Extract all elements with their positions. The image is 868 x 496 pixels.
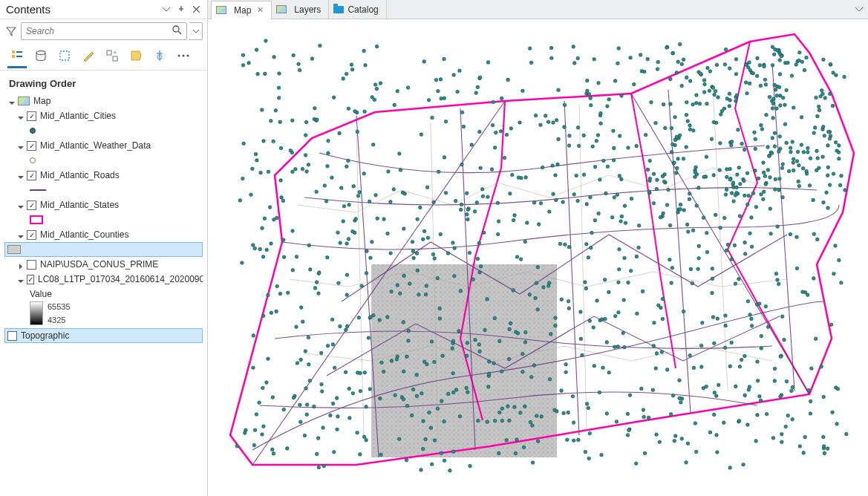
svg-point-447 bbox=[451, 450, 455, 454]
map-root-item[interactable]: Map bbox=[4, 94, 203, 108]
svg-point-543 bbox=[493, 316, 497, 320]
layer-visibility-checkbox[interactable] bbox=[27, 111, 36, 121]
layer-counties[interactable]: Mid_Atlantic_Counties bbox=[4, 227, 203, 242]
tab-catalog[interactable]: Catalog bbox=[329, 0, 386, 19]
svg-point-555 bbox=[840, 281, 843, 285]
map-canvas[interactable] bbox=[208, 19, 868, 496]
close-icon[interactable]: ✕ bbox=[257, 5, 264, 15]
svg-point-242 bbox=[505, 438, 509, 442]
svg-point-339 bbox=[595, 140, 598, 143]
search-input[interactable] bbox=[26, 26, 172, 36]
layer-weather-symbol[interactable] bbox=[4, 153, 203, 168]
caret-down-icon[interactable] bbox=[9, 98, 15, 104]
svg-point-483 bbox=[803, 435, 807, 439]
layer-roads[interactable]: Mid_Atlantic_Roads bbox=[4, 168, 203, 183]
svg-point-848 bbox=[431, 116, 434, 120]
caret-down-icon[interactable] bbox=[18, 172, 24, 178]
svg-point-1091 bbox=[748, 68, 752, 72]
chevron-down-icon[interactable] bbox=[161, 4, 172, 15]
svg-point-250 bbox=[789, 150, 793, 154]
svg-point-658 bbox=[425, 284, 428, 288]
list-by-perspective-button[interactable] bbox=[151, 48, 168, 64]
svg-point-581 bbox=[667, 188, 670, 192]
svg-point-815 bbox=[629, 270, 633, 273]
caret-down-icon[interactable] bbox=[18, 143, 24, 149]
caret-down-icon[interactable] bbox=[18, 202, 24, 208]
layer-visibility-checkbox[interactable] bbox=[27, 275, 34, 284]
layer-cities-symbol[interactable] bbox=[4, 123, 203, 138]
list-by-labeling-button[interactable] bbox=[128, 48, 144, 64]
svg-point-276 bbox=[277, 86, 281, 90]
svg-point-1072 bbox=[826, 206, 830, 210]
list-by-source-button[interactable] bbox=[33, 48, 49, 64]
contents-toolbar: + bbox=[0, 43, 207, 71]
caret-down-icon[interactable] bbox=[18, 276, 24, 282]
svg-point-217 bbox=[620, 215, 624, 218]
layer-states-symbol[interactable] bbox=[4, 212, 203, 227]
layer-cities[interactable]: Mid_Atlantic_Cities bbox=[4, 108, 203, 123]
svg-point-826 bbox=[584, 281, 587, 284]
svg-point-743 bbox=[780, 432, 784, 436]
layer-visibility-checkbox[interactable] bbox=[27, 230, 36, 240]
svg-point-634 bbox=[261, 226, 264, 230]
caret-down-icon[interactable] bbox=[18, 113, 24, 119]
search-dropdown[interactable] bbox=[189, 22, 203, 40]
layer-states[interactable]: Mid_Atlantic_States bbox=[4, 198, 203, 212]
more-options-icon[interactable] bbox=[175, 48, 192, 64]
svg-point-201 bbox=[802, 451, 806, 455]
svg-point-431 bbox=[356, 194, 360, 198]
svg-point-994 bbox=[405, 355, 409, 359]
svg-point-612 bbox=[486, 195, 490, 199]
tabs-menu-dropdown[interactable] bbox=[850, 0, 868, 19]
svg-point-154 bbox=[378, 319, 382, 322]
list-by-drawing-order-button[interactable] bbox=[9, 48, 25, 64]
svg-point-746 bbox=[662, 212, 665, 215]
layer-visibility-checkbox[interactable] bbox=[27, 260, 36, 270]
svg-point-599 bbox=[815, 149, 819, 153]
close-icon[interactable] bbox=[191, 4, 201, 15]
layer-weather[interactable]: Mid_Atlantic_Weather_Data bbox=[4, 138, 203, 153]
layer-visibility-checkbox[interactable] bbox=[27, 141, 36, 151]
layer-visibility-checkbox[interactable] bbox=[27, 200, 36, 210]
svg-point-114 bbox=[362, 435, 366, 439]
layer-topographic[interactable]: Topographic bbox=[4, 328, 203, 343]
layer-counties-symbol[interactable] bbox=[4, 242, 203, 257]
svg-point-912 bbox=[708, 431, 712, 434]
layer-label: Mid_Atlantic_Weather_Data bbox=[40, 140, 151, 151]
svg-point-493 bbox=[670, 126, 673, 130]
tab-layers[interactable]: Layers bbox=[272, 0, 329, 19]
svg-point-591 bbox=[792, 169, 795, 172]
svg-point-605 bbox=[714, 90, 717, 94]
svg-point-383 bbox=[756, 379, 760, 383]
tab-map[interactable]: Map ✕ bbox=[211, 1, 272, 19]
svg-point-1015 bbox=[837, 151, 841, 154]
caret-right-icon[interactable] bbox=[18, 261, 24, 267]
svg-point-463 bbox=[459, 289, 463, 293]
svg-point-1057 bbox=[255, 159, 259, 163]
layer-roads-symbol[interactable] bbox=[4, 183, 203, 198]
list-by-snapping-button[interactable]: + bbox=[104, 48, 120, 64]
search-icon[interactable] bbox=[172, 25, 182, 38]
caret-down-icon[interactable] bbox=[18, 232, 24, 238]
svg-point-272 bbox=[443, 97, 446, 100]
svg-point-748 bbox=[584, 287, 588, 290]
filter-icon[interactable] bbox=[4, 25, 18, 38]
svg-point-666 bbox=[471, 278, 475, 281]
pin-icon[interactable] bbox=[176, 4, 186, 15]
svg-point-138 bbox=[582, 173, 586, 177]
svg-point-519 bbox=[356, 371, 359, 375]
list-by-selection-button[interactable] bbox=[56, 48, 73, 64]
svg-point-978 bbox=[362, 172, 366, 176]
layer-naip[interactable]: NAIP\USDA_CONUS_PRIME bbox=[4, 257, 203, 272]
layer-visibility-checkbox[interactable] bbox=[27, 171, 36, 180]
svg-point-304 bbox=[757, 177, 760, 180]
svg-point-1105 bbox=[691, 229, 695, 232]
svg-point-93 bbox=[821, 92, 825, 96]
svg-point-293 bbox=[676, 166, 679, 170]
layer-landsat[interactable]: LC08_L1TP_017034_20160614_2020090... bbox=[4, 272, 203, 287]
list-by-editing-button[interactable] bbox=[80, 48, 97, 64]
svg-point-968 bbox=[590, 231, 594, 235]
svg-point-54 bbox=[606, 105, 610, 108]
svg-point-592 bbox=[795, 160, 799, 163]
layer-visibility-checkbox[interactable] bbox=[7, 331, 17, 341]
